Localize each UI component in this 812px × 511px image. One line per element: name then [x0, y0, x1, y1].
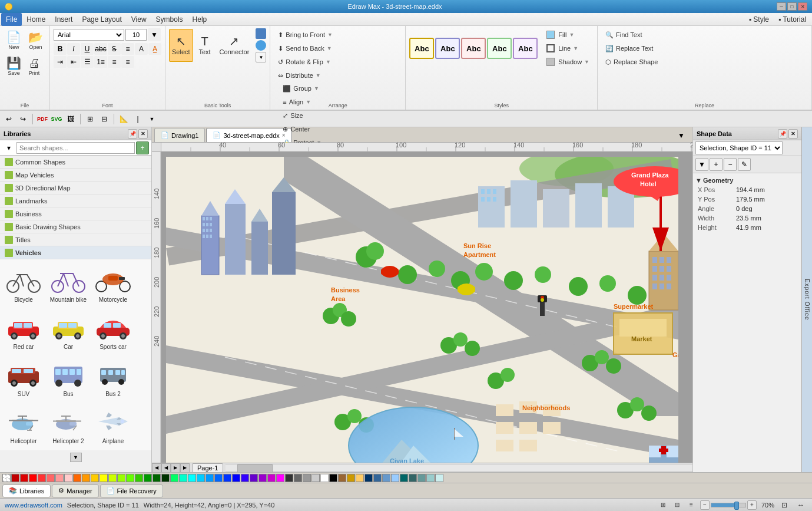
bottom-tab-file-recovery[interactable]: 📄 File Recovery	[100, 484, 163, 497]
menu-file[interactable]: File	[1, 13, 22, 26]
minimize-btn[interactable]: ─	[777, 2, 786, 11]
menu-help[interactable]: Help	[188, 13, 212, 26]
find-text-btn[interactable]: 🔍 Find Text	[601, 28, 662, 41]
panel-close-btn[interactable]: ✕	[138, 129, 148, 139]
library-list-scroll[interactable]: Common Shapes Map Vehicles 3D Directiona…	[0, 156, 151, 472]
library-add-btn[interactable]: +	[136, 141, 149, 154]
menu-home[interactable]: Home	[22, 13, 50, 26]
align-center-btn[interactable]: ≡	[108, 56, 121, 68]
color-swatch-transparent[interactable]	[2, 474, 11, 482]
color-swatch-26[interactable]	[232, 474, 240, 482]
canvas-scroll[interactable]: Market	[161, 152, 692, 463]
color-swatch-17[interactable]	[153, 474, 161, 482]
status-btn-3[interactable]: ≡	[686, 500, 697, 510]
shape-data-edit-btn[interactable]: ✎	[738, 158, 751, 171]
tab-collapse-btn[interactable]: ▼	[675, 129, 688, 142]
underline-btn[interactable]: U	[81, 43, 94, 55]
shape-data-delete-btn[interactable]: −	[724, 158, 737, 171]
color-swatch-12[interactable]	[108, 474, 117, 482]
undo-btn[interactable]: ↩	[2, 113, 15, 126]
color-swatch-13[interactable]	[117, 474, 125, 482]
color-swatch-22[interactable]	[197, 474, 205, 482]
tb-grid-btn[interactable]: ⊟	[98, 113, 111, 126]
color-swatch-45[interactable]	[400, 474, 408, 482]
export-office-tab[interactable]: Export Office	[801, 127, 812, 472]
menu-view[interactable]: View	[127, 13, 151, 26]
color-swatch-19[interactable]	[170, 474, 178, 482]
page-next-btn[interactable]: ▶	[171, 463, 180, 473]
shadow-btn[interactable]: Shadow ▼	[542, 55, 594, 68]
line-btn[interactable]: Line ▼	[542, 42, 594, 55]
ribbon-btn-text[interactable]: T Text	[194, 29, 216, 62]
geometry-header[interactable]: ▼ Geometry	[695, 176, 799, 185]
color-swatch-33[interactable]	[294, 474, 302, 482]
library-item-3d-map[interactable]: 3D Directional Map	[0, 182, 151, 194]
style-swatch-3[interactable]: Abc	[461, 38, 486, 59]
rotate-flip-btn[interactable]: ↺ Rotate & Flip ▼	[274, 55, 337, 68]
redo-btn[interactable]: ↪	[16, 113, 29, 126]
color-swatch-8[interactable]	[73, 474, 81, 482]
tb-img-btn[interactable]: 🖼	[64, 113, 77, 126]
color-swatch-28[interactable]	[250, 474, 258, 482]
shape-bus-2[interactable]: Bus 2	[92, 356, 134, 401]
color-swatch-4[interactable]	[38, 474, 46, 482]
style-swatch-5[interactable]: Abc	[513, 38, 538, 59]
style-swatch-1[interactable]: Abc	[409, 38, 434, 59]
font-size-decrease-btn[interactable]: ▼	[148, 28, 161, 41]
outdent-btn[interactable]: ⇤	[67, 56, 80, 68]
ribbon-btn-open[interactable]: 📂 Open	[25, 28, 46, 53]
bold-btn[interactable]: B	[54, 43, 67, 55]
ribbon-btn-save[interactable]: 💾 Save	[4, 54, 24, 79]
color-swatch-40[interactable]	[356, 474, 364, 482]
zoom-out-btn[interactable]: −	[700, 500, 710, 510]
color-swatch-41[interactable]	[364, 474, 373, 482]
shape-mountain-bike[interactable]: Mountain bike	[47, 262, 90, 306]
color-swatch-20[interactable]	[179, 474, 187, 482]
menu-symbols[interactable]: Symbols	[151, 13, 188, 26]
library-item-business[interactable]: Business	[0, 207, 151, 220]
distribute-btn[interactable]: ⇔ Distribute ▼	[274, 69, 337, 82]
shape-sports-car[interactable]: Sports car	[92, 309, 134, 354]
style-swatch-2[interactable]: Abc	[435, 38, 460, 59]
color-swatch-35[interactable]	[311, 474, 320, 482]
h-scroll-track[interactable]	[226, 464, 692, 472]
shape-panel-close-btn[interactable]: ✕	[788, 129, 798, 139]
tab-drawing1[interactable]: 📄 Drawing1	[154, 128, 205, 142]
color-swatch-27[interactable]	[241, 474, 249, 482]
zoom-slider[interactable]	[711, 503, 746, 507]
shape-helicopter-2[interactable]: Helicopter 2	[47, 403, 90, 448]
center-btn[interactable]: ⊕ Center	[279, 123, 326, 136]
library-item-vehicles[interactable]: Vehicles	[0, 246, 151, 259]
double-strike-btn[interactable]: S̶	[108, 43, 121, 55]
color-swatch-18[interactable]	[161, 474, 170, 482]
shape-data-add-btn[interactable]: +	[710, 158, 722, 171]
color-swatch-36[interactable]	[320, 474, 329, 482]
h-scroll-right-btn[interactable]: ▶	[180, 463, 190, 473]
fit-page-btn[interactable]: ⊡	[778, 499, 791, 512]
status-url[interactable]: www.edrawsoft.com	[5, 502, 62, 509]
shape-car[interactable]: Car	[47, 309, 90, 354]
menu-style[interactable]: ▪ Style	[744, 13, 774, 26]
color-swatch-46[interactable]	[409, 474, 417, 482]
color-swatch-38[interactable]	[338, 474, 346, 482]
color-swatch-43[interactable]	[382, 474, 390, 482]
library-search-input[interactable]	[16, 142, 135, 154]
strikethrough-btn[interactable]: abc	[94, 43, 107, 55]
group-btn[interactable]: ⬛ Group ▼	[279, 82, 326, 95]
status-btn-1[interactable]: ⊞	[658, 500, 668, 510]
close-btn[interactable]: ✕	[798, 2, 807, 11]
color-swatch-30[interactable]	[267, 474, 276, 482]
library-item-map-vehicles[interactable]: Map Vehicles	[0, 169, 151, 182]
shape-selection-dropdown[interactable]: Selection, Shape ID = 11	[695, 141, 783, 154]
library-menu-btn[interactable]: ▾	[2, 141, 15, 154]
color-swatch-11[interactable]	[100, 474, 108, 482]
menu-tutorial[interactable]: ▪ Tutorial	[774, 13, 811, 26]
color-swatch-3[interactable]	[29, 474, 37, 482]
tb-svg-btn[interactable]: SVG	[50, 113, 63, 126]
page-prev-btn[interactable]: ◀	[161, 463, 171, 473]
color-swatch-9[interactable]	[82, 474, 90, 482]
color-swatch-15[interactable]	[135, 474, 143, 482]
font-name-select[interactable]: ArialTimes New Roman	[54, 29, 124, 41]
shape-red-car[interactable]: Red car	[2, 309, 45, 354]
italic-btn[interactable]: I	[67, 43, 80, 55]
